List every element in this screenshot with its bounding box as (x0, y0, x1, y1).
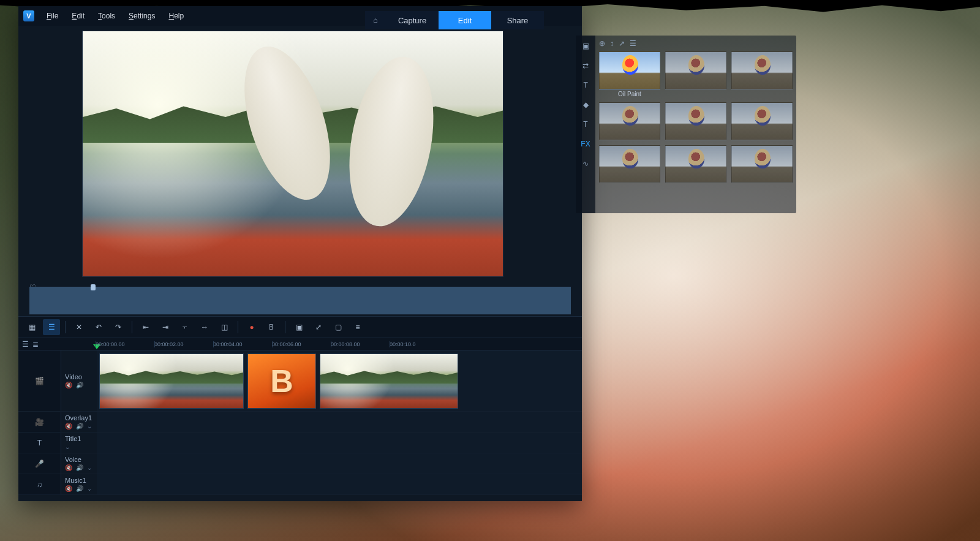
toolbar-separator (285, 321, 285, 333)
track-expand-button[interactable]: ⌄ (65, 444, 70, 450)
track-mute-button[interactable]: 🔇 (65, 485, 72, 492)
library-thumb[interactable] (599, 102, 660, 140)
editor-window: V File Edit Tools Settings Help ♡ Projec… (18, 6, 582, 501)
lib-cat-fx[interactable]: FX (579, 137, 592, 151)
library-thumb[interactable] (665, 102, 726, 140)
wrench-icon: ✕ (76, 323, 82, 331)
mark-out-button[interactable]: ⇥ (157, 319, 174, 335)
lib-cat-graphic[interactable]: ◆ (579, 98, 592, 112)
menu-edit[interactable]: Edit (66, 9, 91, 23)
track-content-overlay1[interactable] (97, 412, 582, 432)
transition-letter: B (270, 363, 293, 399)
lib-list-button[interactable]: ☰ (630, 39, 636, 48)
snapshot-button[interactable]: ▢ (330, 319, 347, 335)
timeline-ruler[interactable]: ☰ ≣ 00:00:00.00 00:00:02.00 00:00:04.00 … (18, 338, 582, 350)
preview-monitor[interactable] (82, 31, 503, 277)
library-thumb[interactable] (665, 145, 726, 183)
autofit-button[interactable]: ▣ (290, 319, 307, 335)
library-thumb[interactable] (731, 102, 793, 140)
track-content-music1[interactable] (97, 474, 582, 494)
track-content-voice[interactable] (97, 453, 582, 474)
undo-button[interactable]: ↶ (90, 319, 107, 335)
home-button[interactable]: ⌂ (365, 11, 386, 29)
library-thumb[interactable]: Oil Paint (599, 51, 660, 97)
lib-export-button[interactable]: ↗ (619, 39, 625, 48)
record-button[interactable]: ● (243, 319, 260, 335)
slip-button[interactable]: ↔ (196, 319, 213, 335)
track-mute-button[interactable]: 🔇 (65, 382, 72, 388)
tab-edit[interactable]: Edit (439, 11, 491, 29)
track-voice: 🎤 Voice 🔇 🔊 ⌄ (18, 453, 582, 474)
menu-tools[interactable]: Tools (92, 9, 121, 23)
menu-help[interactable]: Help (162, 9, 190, 23)
camera-icon: ▢ (335, 323, 342, 331)
storyboard-view-button[interactable]: ▦ (23, 319, 40, 335)
crop-button[interactable]: ◫ (216, 319, 233, 335)
track-mute-button[interactable]: 🔇 (65, 464, 72, 471)
scrubber-handle[interactable] (91, 284, 96, 290)
track-sound-button[interactable]: 🔊 (76, 485, 83, 492)
track-icon-video[interactable]: 🎬 (18, 350, 61, 411)
video-clip-2[interactable] (320, 354, 458, 409)
sound-mixer-button[interactable]: 🎚 (263, 319, 280, 335)
thumb-image (731, 145, 793, 183)
thumb-image (599, 51, 660, 89)
mixer-icon: 🎚 (268, 323, 275, 331)
menu-settings[interactable]: Settings (123, 9, 161, 23)
library-thumb[interactable] (731, 51, 793, 97)
track-icon-voice[interactable]: 🎤 (18, 453, 61, 474)
transition-clip[interactable]: B Run and Stop (247, 354, 316, 409)
tools-menu-button[interactable]: ✕ (70, 319, 88, 335)
split-clip-button[interactable]: ⫟ (176, 319, 194, 335)
transition-thumb: B (247, 354, 316, 409)
lib-sort-button[interactable]: ↕ (610, 39, 614, 48)
track-options-button[interactable]: ≡ (349, 319, 366, 335)
voice-track-icon: 🎤 (35, 460, 44, 468)
track-height-button[interactable]: ≣ (32, 340, 39, 349)
mark-in-button[interactable]: ⇤ (137, 319, 154, 335)
pan-zoom-button[interactable]: ⤢ (310, 319, 327, 335)
video-clip-1[interactable] (99, 354, 244, 409)
lib-cat-media[interactable]: ▣ (579, 39, 592, 53)
track-icon-music[interactable]: ♫ (18, 474, 61, 494)
media-icon: ▣ (582, 42, 589, 50)
track-sound-button[interactable]: 🔊 (76, 423, 83, 429)
lib-add-button[interactable]: ⊕ (599, 39, 605, 48)
scrubber-track[interactable] (29, 287, 571, 315)
track-name: Video (65, 373, 93, 380)
tab-capture[interactable]: Capture (386, 11, 439, 29)
track-icon-title[interactable]: T (18, 433, 61, 453)
timeline-view-button[interactable]: ☰ (43, 319, 60, 335)
track-label-music1: Music1 🔇 🔊 ⌄ (61, 474, 97, 494)
menu-file[interactable]: File (40, 9, 64, 23)
track-mute-button[interactable]: 🔇 (65, 423, 72, 429)
track-content-video[interactable]: B Run and Stop (97, 350, 582, 411)
thumb-image (599, 102, 660, 140)
lib-cat-text[interactable]: T (579, 118, 592, 131)
redo-button[interactable]: ↷ (110, 319, 127, 335)
library-thumb[interactable] (665, 51, 726, 97)
library-thumb[interactable] (599, 145, 660, 183)
track-expand-button[interactable]: ⌄ (87, 464, 92, 471)
preview-area: ♡ Project Clip ▶ ⏮ ◀│ │▶ ⏭ ↻ 🔊 HD ▭ ⛶ (18, 26, 582, 316)
preview-scrubber[interactable]: ♡ (29, 283, 571, 292)
track-music1: ♫ Music1 🔇 🔊 ⌄ (18, 474, 582, 495)
track-content-title1[interactable] (97, 433, 582, 453)
toolbar-separator (65, 321, 66, 333)
tab-share[interactable]: Share (491, 11, 544, 29)
track-sound-button[interactable]: 🔊 (76, 464, 83, 471)
lib-cat-title[interactable]: Ꭲ (579, 78, 592, 92)
track-name: Music1 (65, 477, 93, 484)
track-sound-button[interactable]: 🔊 (76, 382, 83, 388)
track-label-voice: Voice 🔇 🔊 ⌄ (61, 453, 97, 474)
redo-icon: ↷ (115, 323, 121, 331)
track-name: Voice (65, 456, 93, 463)
ruler-tick: 00:00:02.00 (154, 341, 213, 347)
show-all-tracks-button[interactable]: ☰ (22, 340, 29, 349)
track-expand-button[interactable]: ⌄ (87, 485, 92, 492)
lib-cat-transition[interactable]: ⇄ (579, 59, 592, 72)
track-icon-overlay[interactable]: 🎥 (18, 412, 61, 432)
track-expand-button[interactable]: ⌄ (87, 423, 92, 429)
library-thumb[interactable] (731, 145, 793, 183)
lib-cat-path[interactable]: ∿ (579, 157, 592, 170)
